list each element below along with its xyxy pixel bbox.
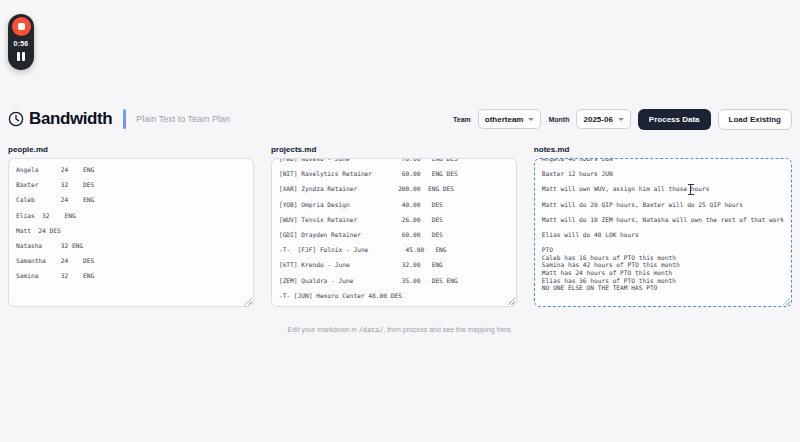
month-label: Month [548, 116, 569, 123]
month-select-value: 2025-06 [583, 115, 612, 124]
chevron-down-icon [528, 118, 534, 121]
header-controls: Team otherteam Month 2025-06 Process Dat… [453, 109, 792, 130]
stop-recording-button[interactable] [12, 17, 31, 36]
resize-handle[interactable] [782, 297, 790, 305]
process-data-button[interactable]: Process Data [638, 109, 711, 130]
panel-projects: projects.md [FWB] Noveso - June 70.00 EN… [271, 145, 517, 307]
footer-code-path: /data/ [359, 326, 384, 334]
chevron-down-icon [618, 118, 624, 121]
load-existing-button[interactable]: Load Existing [718, 109, 792, 130]
page-title: Bandwidth [29, 109, 112, 129]
people-md-textarea[interactable]: Angela 24 ENG Baxter 32 DES Caleb 24 ENG… [8, 158, 254, 307]
people-md-content: Angela 24 ENG Baxter 32 DES Caleb 24 ENG… [16, 166, 246, 280]
pause-recording-button[interactable] [17, 52, 25, 61]
team-label: Team [453, 116, 471, 123]
notes-md-textarea[interactable]: Angela 40 hours JUN Baxter 12 hours JUN … [534, 158, 792, 307]
team-select-value: otherteam [485, 115, 524, 124]
panels-row: people.md Angela 24 ENG Baxter 32 DES Ca… [8, 145, 792, 307]
footer-text-after: , then process and see the mapping here. [383, 326, 512, 333]
panel-people: people.md Angela 24 ENG Baxter 32 DES Ca… [8, 145, 254, 307]
stop-icon [18, 23, 25, 30]
footer-hint: Edit your markdown in /data/, then proce… [8, 326, 792, 334]
screen-recorder-widget[interactable]: 0:56 [8, 14, 34, 70]
panel-title-notes: notes.md [534, 145, 792, 154]
clock-icon [8, 111, 24, 127]
panel-title-projects: projects.md [271, 145, 517, 154]
month-select[interactable]: 2025-06 [576, 109, 630, 129]
header: Bandwidth Plain Text to Team Plan Team o… [8, 106, 792, 132]
text-cursor [687, 184, 694, 195]
footer-text-before: Edit your markdown in [288, 326, 359, 333]
resize-handle[interactable] [507, 297, 515, 305]
title-divider [123, 109, 126, 129]
team-select[interactable]: otherteam [478, 109, 542, 129]
recording-timer: 0:56 [14, 40, 29, 47]
resize-handle[interactable] [244, 297, 252, 305]
page: Bandwidth Plain Text to Team Plan Team o… [0, 0, 800, 334]
panel-notes: notes.md Angela 40 hours JUN Baxter 12 h… [534, 145, 792, 307]
notes-md-content: Angela 40 hours JUN Baxter 12 hours JUN … [542, 158, 784, 292]
projects-md-content: [FWB] Noveso - June 70.00 ENG DES [NIT] … [279, 158, 509, 299]
projects-md-textarea[interactable]: [FWB] Noveso - June 70.00 ENG DES [NIT] … [271, 158, 517, 307]
panel-title-people: people.md [8, 145, 254, 154]
page-subtitle: Plain Text to Team Plan [136, 114, 230, 124]
